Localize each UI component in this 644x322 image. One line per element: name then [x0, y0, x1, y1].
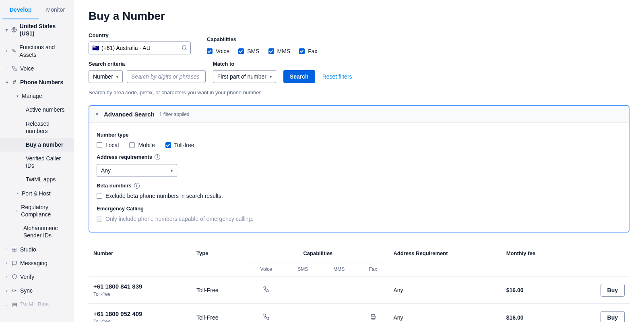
tab-monitor[interactable]: Monitor [39, 0, 72, 19]
results-table: Number Type Capabilities Address Require… [89, 245, 630, 322]
col-number: Number [89, 245, 192, 276]
result-subtype: Toll-free [93, 291, 187, 297]
cap-sms [285, 276, 320, 304]
sidebar-item-phone-numbers[interactable]: ▾# Phone Numbers [0, 75, 74, 89]
table-row: +61 1800 841 839Toll-free Toll-Free Any … [89, 276, 630, 304]
more-icon[interactable]: ⋮ [63, 321, 69, 322]
sidebar-item-buy-number[interactable]: Buy a number [0, 138, 74, 152]
tab-develop[interactable]: Develop [2, 0, 39, 19]
beta-numbers-label: Beta numbers i [97, 183, 621, 189]
sidebar-item-messaging[interactable]: › Messaging [0, 256, 74, 270]
cap-mms [320, 276, 357, 304]
search-input[interactable] [127, 70, 206, 83]
sidebar-item-studio[interactable]: ›⊞ Studio [0, 243, 74, 256]
result-subtype: Toll-free [93, 319, 187, 322]
col-fee: Monthly fee [502, 245, 570, 276]
result-type: Toll-Free [192, 276, 247, 304]
country-field[interactable] [101, 45, 179, 51]
result-fee: $16.00 [502, 304, 570, 322]
result-address: Any [388, 276, 501, 304]
sidebar-item-sync[interactable]: ›⟳ Sync [0, 284, 74, 297]
criteria-select[interactable]: Number▾ [89, 70, 123, 83]
checkbox-tollfree[interactable]: Toll-free [165, 142, 194, 148]
sidebar-item-functions[interactable]: ›✎ Functions and Assets [0, 40, 74, 61]
advanced-search-toggle[interactable]: ▼ Advanced Search 1 filter applied [89, 106, 629, 123]
globe-icon [11, 27, 17, 33]
main-content: Buy a Number Country 🇦🇺 Capabilities Voi… [74, 0, 644, 322]
info-icon[interactable]: i [134, 183, 140, 189]
advanced-search-panel: ▼ Advanced Search 1 filter applied Numbe… [89, 105, 630, 233]
sidebar-item-regulatory[interactable]: ›Regulatory Compliance [0, 200, 74, 221]
checkbox-mobile[interactable]: Mobile [129, 142, 155, 148]
match-select[interactable]: First part of number▾ [213, 70, 276, 83]
sidebar-item-released-numbers[interactable]: Released numbers [0, 117, 74, 138]
cap-fax [357, 304, 389, 322]
sidebar-item-twiml-apps[interactable]: TwiML apps [0, 172, 74, 186]
phone-icon [11, 65, 18, 72]
sidebar-item-voice[interactable]: › Voice [0, 62, 74, 75]
address-req-select[interactable]: Any▾ [97, 164, 177, 177]
sidebar-item-verify[interactable]: › Verify [0, 270, 74, 284]
cap-fax [357, 276, 389, 304]
country-label: Country [89, 32, 191, 38]
hash-icon: # [11, 79, 18, 85]
search-criteria-label: Search criteria [89, 61, 206, 67]
checkbox-emergency: Only include phone numbers capable of em… [97, 216, 253, 222]
country-input[interactable]: 🇦🇺 [89, 42, 191, 54]
sidebar-item-alphanumeric[interactable]: Alphanumeric Sender IDs [0, 221, 74, 242]
col-capabilities: Capabilities [247, 245, 388, 262]
checkbox-voice[interactable]: Voice [207, 48, 229, 54]
sidebar-item-manage[interactable]: ▾ Manage [0, 89, 74, 103]
emergency-label: Emergency Calling [97, 206, 621, 212]
region-label: United States (US1) [20, 23, 70, 37]
checkbox-mms[interactable]: MMS [268, 48, 291, 54]
sidebar: Develop Monitor ▾ United States (US1) ›✎… [0, 0, 74, 322]
search-hint: Search by area code, prefix, or characte… [89, 89, 630, 96]
subcol-fax: Fax [357, 262, 389, 276]
functions-icon: ✎ [11, 48, 17, 54]
reset-filters-link[interactable]: Reset filters [322, 73, 352, 80]
checkbox-sms[interactable]: SMS [238, 48, 259, 54]
buy-button[interactable]: Buy [601, 311, 625, 322]
chevron-down-icon: ▼ [95, 112, 99, 116]
subcol-mms: MMS [320, 262, 357, 276]
region-selector[interactable]: ▾ United States (US1) [0, 19, 74, 40]
capabilities-label: Capabilities [207, 36, 318, 42]
result-number: +61 1800 841 839 [93, 283, 187, 290]
subcol-voice: Voice [247, 262, 285, 276]
subcol-sms: SMS [285, 262, 320, 276]
svg-line-2 [186, 48, 187, 50]
sidebar-item-active-numbers[interactable]: Active numbers [0, 103, 74, 116]
result-address: Any [388, 304, 501, 322]
page-title: Buy a Number [89, 10, 630, 23]
checkbox-local[interactable]: Local [97, 142, 119, 148]
cap-voice [247, 276, 285, 304]
number-type-label: Number type [97, 132, 621, 138]
result-type: Toll-Free [192, 304, 247, 322]
match-label: Match to [213, 61, 276, 67]
table-row: +61 1800 952 409Toll-free Toll-Free Any … [89, 304, 630, 322]
col-address: Address Requirement [388, 245, 501, 276]
message-icon [11, 260, 18, 266]
sidebar-item-twiml-bins[interactable]: ›▤ TwiML Bins [0, 297, 74, 311]
bins-icon: ▤ [11, 301, 18, 307]
result-number: +61 1800 952 409 [93, 310, 187, 317]
filter-count-badge: 1 filter applied [159, 112, 190, 117]
result-fee: $16.00 [502, 276, 570, 304]
docs-and-support[interactable]: ⊕ Docs and Support ⋮ [0, 318, 74, 322]
buy-button[interactable]: Buy [601, 284, 625, 297]
docs-icon: ⊕ [5, 321, 10, 322]
search-icon[interactable] [182, 45, 187, 52]
cap-sms [285, 304, 320, 322]
sidebar-item-verified-caller-ids[interactable]: Verified Caller IDs [0, 152, 74, 172]
info-icon[interactable]: i [155, 154, 160, 160]
svg-point-1 [182, 45, 186, 49]
sync-icon: ⟳ [11, 287, 18, 294]
checkbox-exclude-beta[interactable]: Exclude beta phone numbers in search res… [97, 193, 223, 199]
checkbox-fax[interactable]: Fax [299, 48, 317, 54]
search-button[interactable]: Search [283, 70, 315, 83]
flag-icon: 🇦🇺 [92, 45, 99, 51]
shield-icon [11, 274, 18, 280]
sidebar-item-port-host[interactable]: ›Port & Host [0, 187, 74, 200]
svg-rect-5 [372, 318, 374, 319]
